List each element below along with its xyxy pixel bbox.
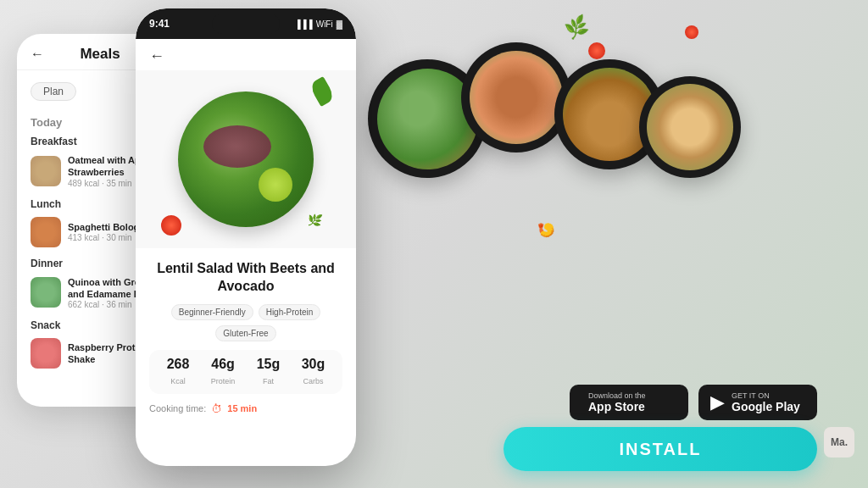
back-arrow-icon[interactable]: ← bbox=[31, 47, 44, 62]
food-image-area: 🌿 bbox=[136, 70, 356, 248]
spinach-decoration: 🌿 bbox=[307, 213, 324, 229]
phone-main: 9:41 ▐▐▐ WiFi ▓ ← 🌿 Lentil Salad With Be… bbox=[136, 8, 356, 466]
googleplay-text: GET IT ON Google Play bbox=[732, 391, 800, 413]
nutrition-carbs: 30g Carbs bbox=[302, 357, 326, 387]
protein-label: Protein bbox=[211, 377, 236, 385]
tag-gluten: Gluten-Free bbox=[215, 325, 275, 341]
meal-thumb-quinoa bbox=[31, 277, 61, 308]
appstore-small-text: Download on the bbox=[588, 391, 646, 400]
nutrition-row: 268 Kcal 46g Protein 15g Fat 30g Carbs bbox=[149, 350, 342, 394]
plate-2 bbox=[461, 42, 571, 152]
carbs-value: 30g bbox=[302, 357, 326, 372]
fat-value: 15g bbox=[257, 357, 281, 372]
carbs-label: Carbs bbox=[303, 377, 323, 385]
nutrition-protein: 46g Protein bbox=[211, 357, 236, 387]
google-play-icon: ▶ bbox=[710, 391, 725, 413]
download-area: Download on the App Store ▶ GET IT ON Go… bbox=[570, 385, 817, 420]
salad-bowl-image bbox=[178, 92, 314, 227]
recipe-title: Lentil Salad With Beets and Avocado bbox=[149, 260, 342, 296]
plate-food-4 bbox=[647, 84, 733, 170]
nutrition-fat: 15g Fat bbox=[257, 357, 281, 387]
kcal-label: Kcal bbox=[170, 377, 186, 385]
ma-badge-label: Ma. bbox=[831, 436, 848, 448]
floating-tomato2-icon bbox=[685, 25, 698, 39]
meal-thumb-spaghetti bbox=[31, 217, 61, 247]
appstore-large-text: App Store bbox=[588, 400, 646, 413]
appstore-text: Download on the App Store bbox=[588, 391, 646, 413]
tag-protein: High-Protein bbox=[259, 304, 321, 320]
appstore-button[interactable]: Download on the App Store bbox=[570, 385, 688, 420]
cooking-label: Cooking time: bbox=[149, 403, 206, 413]
plate-4 bbox=[639, 76, 741, 178]
cooking-time: Cooking time: ⏱ 15 min bbox=[149, 402, 342, 415]
googleplay-button[interactable]: ▶ GET IT ON Google Play bbox=[698, 385, 817, 420]
ma-badge: Ma. bbox=[824, 427, 854, 458]
signal-icon: ▐▐▐ bbox=[294, 19, 312, 29]
phone-main-nav: ← bbox=[136, 39, 356, 70]
wifi-icon: WiFi bbox=[316, 19, 333, 29]
kcal-value: 268 bbox=[167, 357, 190, 372]
timer-icon: ⏱ bbox=[211, 402, 222, 415]
phone-status-icons: ▐▐▐ WiFi ▓ bbox=[294, 19, 342, 29]
phone-time: 9:41 bbox=[149, 18, 170, 30]
meals-title: Meals bbox=[80, 46, 120, 63]
protein-value: 46g bbox=[211, 357, 236, 372]
leaf-decoration bbox=[309, 76, 336, 107]
tags-row: Beginner-Friendly High-Protein Gluten-Fr… bbox=[149, 304, 342, 341]
googleplay-large-text: Google Play bbox=[732, 400, 800, 413]
recipe-info: Lentil Salad With Beets and Avocado Begi… bbox=[136, 248, 356, 422]
tomato-decoration bbox=[161, 215, 181, 236]
phone-notch: 9:41 ▐▐▐ WiFi ▓ bbox=[136, 8, 356, 39]
battery-icon: ▓ bbox=[337, 19, 342, 29]
install-button[interactable]: INSTALL bbox=[504, 427, 817, 471]
nutrition-kcal: 268 Kcal bbox=[167, 357, 190, 387]
install-label: INSTALL bbox=[620, 440, 702, 459]
back-arrow-main-icon[interactable]: ← bbox=[149, 47, 164, 65]
googleplay-small-text: GET IT ON bbox=[732, 391, 800, 400]
tag-beginner: Beginner-Friendly bbox=[171, 304, 253, 320]
phone-notch-cutout bbox=[212, 14, 280, 34]
plan-button[interactable]: Plan bbox=[31, 82, 76, 101]
plate-food-2 bbox=[470, 51, 564, 145]
cooking-time-value: 15 min bbox=[227, 403, 257, 413]
fat-label: Fat bbox=[263, 377, 274, 385]
meal-thumb-raspberry bbox=[31, 338, 61, 369]
meal-thumb-oatmeal bbox=[31, 156, 61, 186]
floating-tomato-icon bbox=[588, 42, 605, 59]
